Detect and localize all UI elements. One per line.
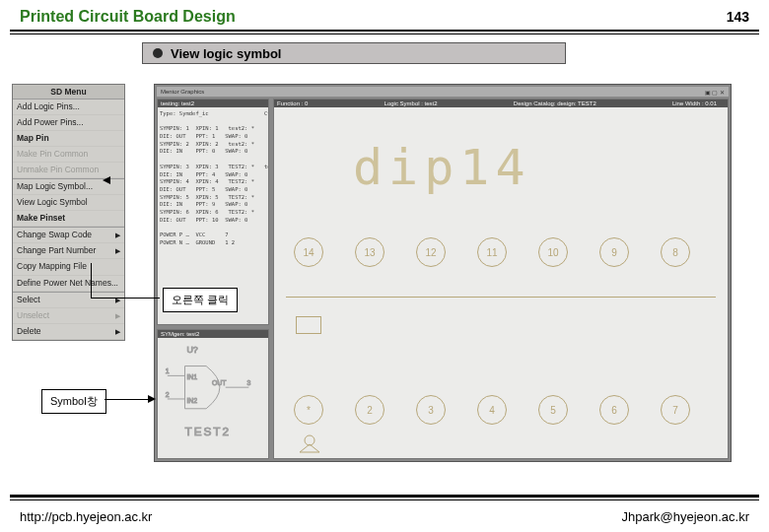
menu-item[interactable]: View Logic Symbol [13,195,124,211]
pin-pad[interactable]: 8 [661,237,690,267]
menu-item[interactable]: Add Logic Pins... [13,100,124,115]
pin-pad[interactable]: 14 [294,237,323,267]
section-label: View logic symbol [171,46,281,61]
panel-symbol-title: SYMgen: test2 [158,330,268,338]
context-menu[interactable]: SD Menu Add Logic Pins...Add Power Pins.… [12,84,125,341]
section-heading: View logic symbol [142,42,566,64]
pin-pad[interactable]: 5 [538,395,568,425]
rt-design: Design Catalog: design: TEST2 [514,100,596,106]
bullet-icon [153,48,163,58]
drawing-canvas[interactable]: dip14 141312111098 *234567 [274,109,728,458]
symbol-preview: U? 1 2 3 IN1 IN2 OUT TEST2 [158,338,268,456]
pin-pad[interactable]: 12 [416,237,446,267]
svg-text:OUT: OUT [212,379,227,386]
footer-url: http://pcb.hyejeon.ac.kr [20,509,152,524]
panel-canvas: Function : 0 Logic Symbol : test2 Design… [273,99,729,459]
submenu-arrow-icon: ▶ [115,311,120,320]
menu-item[interactable]: Delete▶ [13,324,124,340]
footer-email: Jhpark@hyejeon.ac.kr [621,509,749,524]
anchor-icon [298,434,321,454]
menu-item[interactable]: Change Part Number▶ [13,243,124,259]
app-window: Mentor Graphics ▣ ▢ ✕ testing: test2 Typ… [154,84,732,462]
slide-footer: http://pcb.hyejeon.ac.kr Jhpark@hyejeon.… [0,509,769,524]
slide-title: Printed Circuit Board Design [20,8,236,26]
panel-canvas-title: Function : 0 Logic Symbol : test2 Design… [274,100,728,107]
panel-symbol: SYMgen: test2 U? 1 2 3 IN1 IN2 OUT TEST2 [157,329,269,459]
submenu-arrow-icon: ▶ [115,296,120,304]
app-titlebar: Mentor Graphics ▣ ▢ ✕ [157,87,729,97]
pin-pad[interactable]: 4 [477,395,507,425]
callout-right-click: 오른쪽 클릭 [163,288,238,312]
menu-item[interactable]: Make Pinset [13,211,124,227]
pin-pad[interactable]: 11 [477,237,507,267]
slide-header: Printed Circuit Board Design 143 [0,0,769,30]
app-title-left: Mentor Graphics [161,89,204,95]
slide-page: Printed Circuit Board Design 143 View lo… [0,0,769,532]
callout-line-1 [91,298,160,299]
origin-marker [296,316,321,334]
panel-mapping-body: Type: Symdef_ic Ctr: Center SYMPIN: 1 XP… [158,107,268,249]
menu-item[interactable]: Define Power Net Names... [13,276,124,292]
app-title-right: ▣ ▢ ✕ [705,89,725,96]
rt-lw: Line Width : 0.01 [672,100,717,106]
rule-top [10,30,759,32]
pin-pad[interactable]: 3 [416,395,446,425]
pin-pad[interactable]: 6 [599,395,629,425]
callout-symbol-window-label: Symbol창 [50,395,98,407]
menu-item[interactable]: Add Power Pins... [13,115,124,131]
svg-text:IN1: IN1 [186,373,197,380]
svg-text:2: 2 [166,391,170,398]
callout-right-click-label: 오른쪽 클릭 [172,294,229,305]
menu-item: Unselect▶ [13,308,124,324]
menu-item[interactable]: Map Pin [13,131,124,147]
pin-pad[interactable]: 9 [599,237,629,267]
page-number: 143 [727,9,749,25]
pin-pad[interactable]: * [294,395,323,425]
component-label: dip14 [353,139,531,196]
menu-item[interactable]: Change Swap Code▶ [13,228,124,243]
submenu-arrow-icon: ▶ [115,246,120,255]
menu-item[interactable]: Copy Mapping File [13,259,124,275]
rule-bottom-thin [10,499,759,500]
submenu-arrow-icon: ▶ [115,231,120,239]
slide-content: View logic symbol SD Menu Add Logic Pins… [0,34,769,468]
callout-line-1v [91,263,92,299]
body-line [286,297,716,298]
sym-ref: U? [186,345,197,355]
pin-pad[interactable]: 13 [355,237,384,267]
menu-title: SD Menu [13,85,124,100]
menu-item[interactable]: Select▶ [13,293,124,308]
pin-pad[interactable]: 7 [661,395,690,425]
rt-logic: Logic Symbol : test2 [384,100,438,106]
rt-function: Function : 0 [277,100,308,106]
pin-pad[interactable]: 10 [538,237,568,267]
menu-pointer-icon [103,176,110,184]
svg-text:TEST2: TEST2 [185,425,231,437]
callout-arrow-2 [148,395,156,403]
svg-text:IN2: IN2 [186,397,197,404]
svg-text:1: 1 [166,367,170,374]
panel-mapping-title: testing: test2 [158,100,268,107]
callout-line-2 [105,399,152,400]
callout-symbol-window: Symbol창 [41,389,106,414]
submenu-arrow-icon: ▶ [115,327,120,336]
svg-text:3: 3 [246,379,250,386]
menu-item: Make Pin Common [13,147,124,163]
pin-pad[interactable]: 2 [355,395,384,425]
rule-bottom-thick [10,495,759,498]
